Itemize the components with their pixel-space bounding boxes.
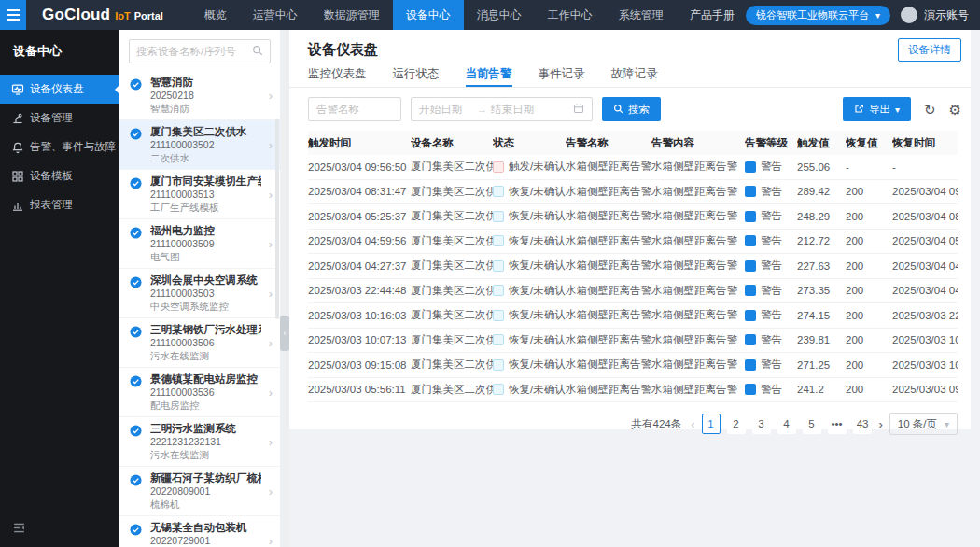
cell-alarm-name: 水箱侧壁距离告警 (566, 308, 651, 322)
alarm-name-input[interactable] (316, 104, 393, 115)
status-tag-icon (493, 384, 504, 395)
cell-status: 恢复/未确认 (493, 209, 566, 223)
page-number-button[interactable]: 43 (853, 414, 873, 434)
page-size-select[interactable]: 10 条/页 (889, 413, 958, 435)
cell-alarm-name: 水箱侧壁距离告警 (566, 234, 651, 248)
device-detail-button[interactable]: 设备详情 (898, 38, 961, 62)
prev-page-icon[interactable] (691, 417, 694, 431)
sidebar-item-alarms-events[interactable]: 告警、事件与故障 (0, 133, 119, 161)
tab[interactable]: 运行状态 (393, 63, 440, 87)
top-nav-item[interactable]: 数据源管理 (311, 0, 393, 30)
top-nav-item[interactable]: 系统管理 (606, 0, 677, 30)
account-name[interactable]: 演示账号 (924, 7, 969, 23)
device-list-scrollbar[interactable] (275, 119, 279, 319)
sidebar-item-device-manage[interactable]: 设备管理 (0, 104, 119, 133)
top-nav-item[interactable]: 工作中心 (535, 0, 606, 30)
chevron-right-icon (269, 435, 273, 449)
table-row: 2025/03/04 04:59:56 厦门集美区二次供水 恢复/未确认 水箱侧… (308, 230, 958, 255)
table-header-row: 触发时间 设备名称 状态 告警名称 告警内容 告警等级 触发值 恢复值 恢复时间 (308, 131, 958, 155)
page-number-button[interactable]: 2 (727, 414, 746, 434)
table-row: 2025/03/04 08:31:47 厦门集美区二次供水 恢复/未确认 水箱侧… (308, 180, 958, 205)
page-number-button[interactable]: 4 (777, 414, 796, 434)
page-number-button[interactable]: ••• (828, 414, 847, 434)
page-number-button[interactable]: 5 (803, 414, 821, 434)
tab[interactable]: 监控仪表盘 (308, 63, 367, 87)
date-range-field (411, 97, 593, 121)
level-text: 警告 (761, 383, 782, 397)
brand-portal: Portal (134, 10, 163, 21)
cell-trigger-value: 273.35 (797, 285, 846, 296)
tenant-selector[interactable]: 锐谷智联工业物联云平台 (746, 6, 890, 25)
sidebar-item-device-template[interactable]: 设备模板 (0, 161, 119, 190)
sidebar-item-label: 设备模板 (30, 169, 73, 183)
device-template: 配电房监控 (150, 400, 261, 412)
device-list-item[interactable]: 三明污水监测系统 2221231232131 污水在线监测 (119, 417, 280, 467)
end-date-input[interactable] (491, 104, 545, 115)
device-search-input[interactable] (136, 46, 248, 57)
cell-trigger-time: 2025/03/04 04:59:56 (308, 235, 411, 246)
device-list-item[interactable]: 三明某钢铁厂污水处理系统 211100003506 污水在线监测 (119, 318, 280, 368)
cell-alarm-name: 水箱侧壁距离告警 (566, 333, 651, 347)
online-check-icon (130, 226, 142, 243)
device-template: 工厂生产线模板 (150, 202, 261, 214)
refresh-icon[interactable] (924, 103, 936, 117)
cell-recover-value: 200 (846, 285, 892, 296)
table-row: 2025/03/04 05:25:37 厦门集美区二次供水 恢复/未确认 水箱侧… (308, 204, 958, 230)
hamburger-menu-icon[interactable] (0, 0, 26, 30)
calendar-icon[interactable] (573, 101, 584, 118)
device-list-item[interactable]: 厦门市同安某模切生产线 211100003513 工厂生产线模板 (119, 170, 280, 219)
export-button[interactable]: 导出 (843, 97, 911, 121)
device-name: 智慧消防 (150, 76, 261, 89)
device-list-item[interactable]: 智慧消防 20250218 智慧消防 (119, 71, 280, 120)
warning-level-icon (745, 235, 756, 246)
search-icon (613, 104, 623, 116)
settings-gear-icon[interactable] (949, 103, 961, 117)
search-icon[interactable] (252, 43, 263, 60)
device-list-item[interactable]: 新疆石河子某纺织厂梳棉机 20220809001 梳棉机 (119, 467, 280, 516)
device-list-item[interactable]: 厦门集美区二次供水 211100003502 二次供水 (119, 120, 280, 170)
sidebar-item-device-dashboard[interactable]: 设备仪表盘 (0, 75, 119, 104)
next-page-icon[interactable] (878, 417, 882, 431)
device-name: 厦门集美区二次供水 (150, 125, 261, 138)
online-check-icon (130, 325, 142, 342)
page-number-button[interactable]: 3 (752, 414, 771, 434)
sidebar-item-report-manage[interactable]: 报表管理 (0, 190, 119, 219)
device-list-item[interactable]: 福州电力监控 211100003509 电气图 (119, 219, 280, 269)
col-header: 告警名称 (566, 136, 651, 150)
col-header: 告警等级 (745, 136, 797, 150)
tenant-name: 锐谷智联工业物联云平台 (756, 8, 869, 22)
page-number-button[interactable]: 1 (702, 414, 721, 434)
device-list-item[interactable]: 深圳会展中央空调系统 211100003503 中央空调系统监控 (119, 269, 280, 318)
device-name: 深圳会展中央空调系统 (150, 274, 261, 287)
sidebar-item-label: 告警、事件与故障 (30, 140, 116, 154)
device-serial: 211100003503 (150, 288, 261, 300)
online-check-icon (130, 374, 142, 391)
bar-chart-icon (11, 199, 24, 212)
top-nav-item[interactable]: 概览 (191, 0, 240, 30)
top-nav-item[interactable]: 运营中心 (240, 0, 311, 30)
tab[interactable]: 当前告警 (466, 63, 512, 87)
cell-device-name: 厦门集美区二次供水 (411, 234, 493, 248)
cell-alarm-content: 水箱侧壁距离告警 (651, 234, 745, 248)
cell-status: 恢复/未确认 (493, 383, 566, 397)
top-nav-item[interactable]: 消息中心 (464, 0, 535, 30)
panel-collapse-handle[interactable] (280, 316, 289, 351)
tab[interactable]: 故障记录 (611, 63, 658, 87)
cell-trigger-time: 2025/03/04 05:25:37 (308, 211, 411, 222)
device-list-item[interactable]: 景德镇某配电站房监控 211100003536 配电房监控 (119, 368, 280, 417)
table-row: 2025/03/03 09:15:08 厦门集美区二次供水 恢复/未确认 水箱侧… (308, 353, 958, 378)
start-date-input[interactable] (419, 104, 473, 115)
sidebar-collapse-button[interactable] (12, 521, 26, 539)
user-avatar[interactable] (901, 7, 917, 23)
device-serial: 20250218 (150, 90, 261, 102)
status-tag-icon (493, 310, 504, 321)
device-list-item[interactable]: 无锡某全自动包装机 20220729001 全自动包装机 (119, 516, 280, 547)
status-tag-icon (493, 285, 504, 296)
tab[interactable]: 事件记录 (539, 63, 585, 87)
level-text: 警告 (761, 284, 782, 298)
level-text: 警告 (761, 234, 782, 248)
product-manual-link[interactable]: 产品手册 (690, 7, 735, 23)
search-button[interactable]: 搜索 (602, 97, 661, 121)
top-nav-item[interactable]: 设备中心 (393, 0, 464, 30)
cell-trigger-value: 271.25 (797, 359, 846, 371)
